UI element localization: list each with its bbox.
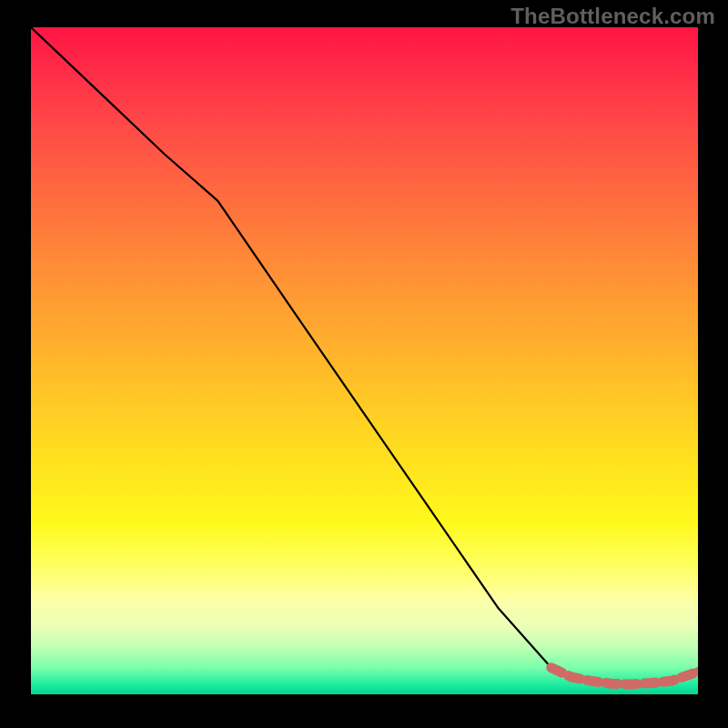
highlighted-range-markers — [551, 668, 698, 684]
bottleneck-curve-line — [31, 27, 698, 684]
chart-container: TheBottleneck.com — [0, 0, 728, 728]
chart-overlay — [31, 27, 698, 694]
watermark-label: TheBottleneck.com — [511, 4, 715, 29]
plot-area — [31, 27, 698, 694]
